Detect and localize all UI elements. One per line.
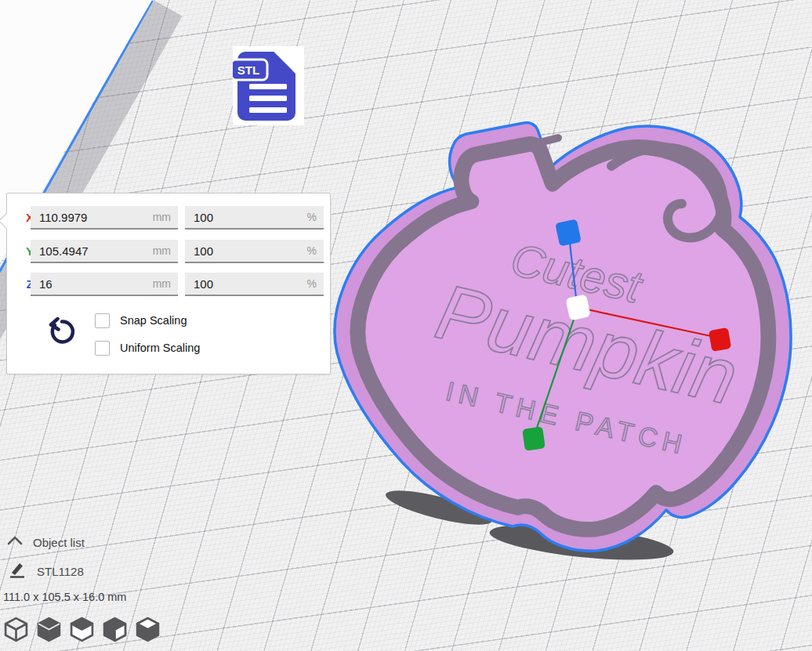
uniform-scaling-checkbox[interactable] [95,341,110,356]
pencil-edit-icon[interactable] [8,560,27,579]
uniform-scaling-label: Uniform Scaling [120,342,200,354]
scale-y-mm-input[interactable] [31,240,178,262]
view-left-side-icon[interactable] [102,617,128,642]
scale-z-mm-input[interactable] [31,273,178,295]
scale-z-mm-field[interactable]: mm [31,273,178,296]
scale-x-mm-field[interactable]: mm [31,206,178,230]
gizmo-y-handle[interactable] [522,426,546,450]
scale-y-percent-field[interactable]: % [185,240,324,263]
scale-tool-panel: X mm % Y mm % Z mm [6,193,331,374]
snap-scaling-checkbox[interactable] [95,313,110,328]
stl-file-thumbnail: STL [233,46,304,125]
scale-z-percent-input[interactable] [185,273,324,295]
chevron-up-icon[interactable] [6,535,24,546]
snap-scaling-label: Snap Scaling [120,314,187,327]
stl-badge-label: STL [237,63,259,77]
scale-y-percent-input[interactable] [185,240,324,262]
scale-y-mm-field[interactable]: mm [31,240,178,263]
scale-z-percent-field[interactable]: % [185,273,324,296]
scale-x-mm-input[interactable] [31,206,178,228]
reset-scale-button[interactable] [45,317,76,350]
viewport-3d[interactable]: Cutest Pumpkin IN THE PATCH STL [0,0,812,651]
object-list-item[interactable]: STL1128 [37,565,84,578]
view-front-icon[interactable] [36,617,62,642]
view-top-icon[interactable] [69,617,95,642]
object-list-toggle[interactable]: Object list [33,536,85,549]
reset-rotate-icon [45,317,76,350]
scale-x-percent-input[interactable] [185,206,324,228]
view-3d-icon[interactable] [3,617,29,642]
view-right-side-icon[interactable] [135,617,161,642]
camera-view-toolbar [3,617,161,642]
model-dimensions-label: 111.0 x 105.5 x 16.0 mm [3,591,126,603]
stl-file-icon: STL [233,46,304,125]
gizmo-x-handle[interactable] [709,327,731,352]
scale-x-percent-field[interactable]: % [185,206,324,230]
